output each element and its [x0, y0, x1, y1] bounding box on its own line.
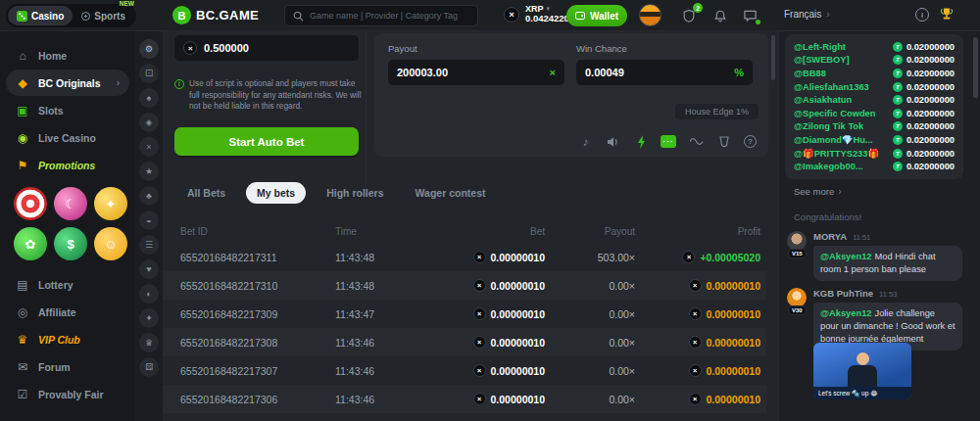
winner-amount: 0.02000000 [893, 135, 955, 145]
mention[interactable]: @Aksyen12 [820, 308, 871, 318]
sound-icon[interactable] [606, 134, 620, 149]
winner-username[interactable]: @[SWEBOY] [794, 55, 850, 65]
promo-tile-wheel[interactable] [14, 187, 47, 220]
bcgame-logo[interactable]: B BC.GAME [172, 6, 259, 24]
trophy-icon[interactable] [939, 7, 955, 25]
bet-amount-input[interactable]: 0.500000 [174, 35, 359, 61]
winner-username[interactable]: @Zilong Tik Tok [794, 121, 863, 131]
sidebar-item-label: Affiliate [38, 306, 76, 318]
sidebar-item-icon: ♛ [16, 333, 29, 347]
music-icon[interactable]: ♪ [578, 134, 593, 149]
winner-username[interactable]: @🎁PRITTYS233🎁 [794, 148, 879, 159]
wallet-button[interactable]: Wallet [566, 5, 627, 26]
rail-game-icon[interactable]: ◐ [139, 284, 159, 304]
winner-username[interactable]: @BB88 [794, 69, 826, 78]
help-icon[interactable]: ? [744, 135, 757, 148]
see-more-link[interactable]: See more [794, 186, 842, 197]
message-username[interactable]: MORYA [813, 231, 847, 242]
winner-amount: 0.02000000 [893, 55, 955, 65]
winner-row[interactable]: @🎁PRITTYS233🎁 0.02000000 [794, 147, 955, 161]
winner-row[interactable]: @Asiakhatun 0.02000000 [794, 93, 955, 107]
promo-tile-duck[interactable]: ☺ [94, 227, 127, 260]
bet-profit: 0.00000010 [635, 279, 760, 292]
winner-row[interactable]: @BB88 0.02000000 [794, 67, 955, 80]
currency-selector[interactable]: XRP 0.04242205 [504, 4, 574, 24]
search-bar [284, 5, 478, 26]
tab-my-bets[interactable]: My bets [246, 182, 306, 204]
promo-tile-glyph: ☺ [104, 237, 117, 252]
bets-table: Bet ID Time Bet Payout Profit 6552016848… [163, 219, 766, 413]
sports-toggle[interactable]: Sports NEW [73, 6, 134, 25]
sidebar-item-provably-fair[interactable]: ☑ Provably Fair [6, 381, 129, 407]
tab-high-rollers[interactable]: High rollers [316, 182, 394, 204]
rail-game-icon[interactable]: ☰ [139, 235, 159, 255]
video-thumbnail[interactable]: Let's screw 🔩 up 😂 [813, 343, 911, 399]
promo-tile-hand[interactable]: ✦ [94, 187, 127, 220]
rail-game-icon[interactable]: ♛ [139, 333, 159, 352]
user-avatar[interactable] [639, 4, 662, 26]
rail-game-icon[interactable]: ⚀ [139, 64, 159, 83]
message-avatar[interactable] [787, 231, 807, 251]
rail-game-icon[interactable]: ★ [139, 162, 159, 181]
rail-game-icon[interactable]: ⚙ [139, 39, 159, 59]
winner-username[interactable]: @Imakegob00... [794, 162, 863, 171]
rail-game-icon[interactable]: ♣ [139, 186, 159, 206]
winner-row[interactable]: @Aliesfahan1363 0.02000000 [794, 80, 955, 94]
hotkeys-icon[interactable]: ··· [661, 135, 676, 148]
winner-row[interactable]: @Zilong Tik Tok 0.02000000 [794, 120, 955, 134]
rail-game-icon[interactable]: ♠ [139, 88, 159, 108]
sidebar-item-slots[interactable]: ▣ Slots [6, 97, 129, 123]
animation-icon[interactable] [689, 134, 704, 149]
rail-game-icon[interactable]: ⚄ [139, 357, 159, 377]
xrp-coin-icon [183, 41, 197, 55]
bet-payout: 0.00× [545, 337, 635, 349]
winner-row[interactable]: @[SWEBOY] 0.02000000 [794, 54, 955, 68]
start-auto-bet-button[interactable]: Start Auto Bet [174, 127, 359, 156]
sidebar-item-promotions[interactable]: ⚑ Promotions [6, 152, 129, 178]
sidebar-item-vip-club[interactable]: ♛ VIP Club [6, 326, 129, 352]
winner-row[interactable]: @Left-Right 0.02000000 [794, 40, 955, 54]
turbo-icon[interactable] [633, 134, 648, 149]
rail-game-icon[interactable]: ◒ [139, 210, 159, 230]
quest-icon[interactable]: 2 [680, 7, 698, 24]
sidebar-item-home[interactable]: ⌂ Home [6, 42, 129, 69]
message-avatar[interactable] [787, 288, 807, 307]
rail-game-icon[interactable]: × [139, 137, 159, 157]
message-username[interactable]: KGB PuhTine [813, 288, 873, 299]
promo-tile-cash[interactable]: $ [54, 227, 87, 260]
winner-username[interactable]: @Aliesfahan1363 [794, 82, 869, 92]
info-icon[interactable]: i [915, 8, 929, 22]
seed-icon[interactable] [716, 134, 731, 149]
payout-input[interactable]: 200003.00 × [388, 60, 564, 85]
rail-game-icon[interactable]: ♥ [139, 259, 159, 279]
winner-row[interactable]: @Specific Cowden 0.02000000 [794, 107, 955, 120]
main-scrollbar[interactable] [771, 35, 775, 80]
sidebar-item-bc-originals[interactable]: ◆ BC Originals › [6, 70, 129, 96]
chat-scrollbar[interactable] [973, 37, 978, 98]
notifications-bell[interactable] [711, 7, 729, 24]
sidebar-item-lottery[interactable]: ▤ Lottery [6, 271, 129, 298]
rail-game-icon[interactable]: ✦ [139, 308, 159, 328]
winner-username[interactable]: @Asiakhatun [794, 95, 852, 105]
winner-amount: 0.02000000 [893, 162, 955, 171]
casino-toggle[interactable]: Casino [8, 6, 73, 25]
winner-row[interactable]: @Imakegob00... 0.02000000 [794, 160, 955, 173]
winner-row[interactable]: @Diamond💎Hu... 0.02000000 [794, 133, 955, 147]
rail-game-icon[interactable]: ◈ [139, 113, 159, 132]
promo-tile-moon[interactable]: ☾ [54, 187, 87, 220]
winner-username[interactable]: @Left-Right [794, 42, 846, 52]
tab-wager-contest[interactable]: Wager contest [405, 182, 497, 204]
winner-username[interactable]: @Diamond💎Hu... [794, 134, 873, 145]
sidebar-item-forum[interactable]: ✉ Forum [6, 353, 129, 380]
language-selector[interactable]: Français [784, 9, 830, 20]
sidebar-item-live-casino[interactable]: ◉ Live Casino [6, 124, 129, 151]
bet-amount: 0.00000010 [425, 307, 545, 320]
sidebar-item-affiliate[interactable]: ◎ Affiliate [6, 299, 129, 325]
search-input[interactable] [310, 11, 469, 21]
winner-username[interactable]: @Specific Cowden [794, 109, 875, 118]
mention[interactable]: @Aksyen12 [820, 252, 871, 261]
tab-all-bets[interactable]: All Bets [176, 182, 236, 204]
win-chance-input[interactable]: 0.00049 % [576, 60, 753, 85]
chat-toggle[interactable] [741, 7, 759, 24]
promo-tile-ball[interactable]: ✿ [14, 227, 47, 260]
